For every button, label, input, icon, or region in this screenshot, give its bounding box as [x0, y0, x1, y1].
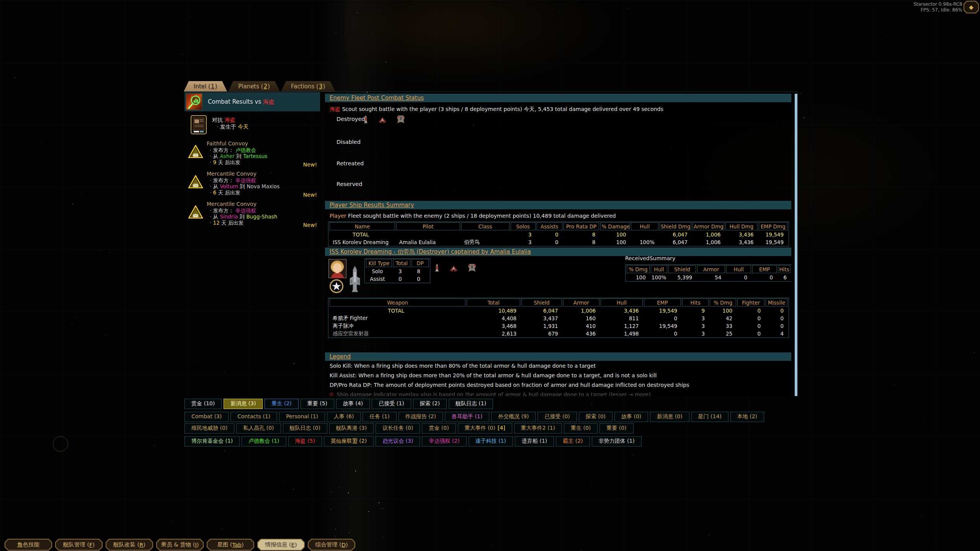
issuer-faction: 辛达强权	[235, 177, 256, 183]
star	[339, 487, 339, 488]
filter-button[interactable]: 博尔肯基金会 (1)	[185, 436, 240, 447]
filter-button[interactable]: 赏金 (0)	[422, 423, 456, 434]
filter-button[interactable]: 人事 (6)	[327, 412, 361, 422]
table: NamePilotClassSolosAssistsPro Rata DP% D…	[328, 222, 789, 246]
filter-button[interactable]: 海盗 (5)	[288, 436, 322, 447]
filter-label: 重要 (5)	[307, 400, 327, 406]
bullet: ·	[210, 153, 213, 159]
filter-label: 已接受 (0)	[544, 413, 570, 419]
corner-menu-button[interactable]: ◆	[964, 1, 979, 13]
bullet: ·	[210, 183, 213, 189]
toolbar-button-face: 综合管理 (D)	[309, 540, 354, 550]
filter-button[interactable]: 速子科技 (1)	[469, 436, 513, 447]
toolbar-label: 情报信息 (	[265, 541, 291, 548]
toolbar-button[interactable]: 星图 (Tab)	[207, 539, 254, 551]
cell: 1,498	[601, 330, 643, 337]
filter-button[interactable]: Contacts (1)	[230, 412, 277, 422]
column-header: Pilot	[396, 222, 460, 230]
filter-button[interactable]: 已接受 (1)	[372, 399, 411, 409]
filter-button[interactable]: 殖民地威胁 (0)	[185, 423, 234, 434]
filter-button[interactable]: 卢德教会 (1)	[242, 436, 286, 447]
sidebar-item-combat-results[interactable]: Combat Results vs 海盗	[185, 92, 320, 111]
filter-button[interactable]: 兽耳助手 (1)	[445, 412, 489, 422]
filter-button[interactable]: 赏金 (10)	[185, 399, 222, 409]
sidebar-item-intel-report[interactable]: 对抗 海盗 · 发生于 今天	[185, 114, 320, 136]
toolbar-label: )	[242, 542, 244, 548]
filter-button[interactable]: 重生 (2)	[265, 399, 298, 409]
filter-button[interactable]: 故事 (4)	[336, 399, 370, 409]
filter-button[interactable]: 舰队离港 (3)	[329, 423, 374, 434]
toolbar-button[interactable]: 舰队改装 (R)	[106, 539, 153, 551]
filter-button[interactable]: 舰队日志 (1)	[449, 399, 493, 409]
toolbar-button[interactable]: 舰队管理 (F)	[55, 539, 103, 551]
filter-button[interactable]: 探索 (2)	[413, 399, 447, 409]
cell: 4,408	[467, 315, 520, 322]
star	[376, 435, 376, 435]
filter-label: 故事 (4)	[343, 400, 363, 406]
convoy-warning-icon	[188, 145, 203, 159]
filter-button[interactable]: 议长任务 (0)	[376, 423, 420, 434]
filter-label: 遗弃船 (1)	[522, 438, 547, 444]
text: 发布方：	[213, 147, 235, 153]
filter-button[interactable]: 遗弃船 (1)	[515, 436, 554, 447]
filter-label: 速子科技 (1)	[475, 438, 506, 444]
filter-button[interactable]: 重生 (0)	[564, 423, 598, 434]
filter-button[interactable]: 已接受 (0)	[537, 412, 577, 422]
filter-button[interactable]: 重大事件 (0)[4]	[458, 423, 512, 434]
toolbar-button[interactable]: 乘员 & 货物 (I)	[156, 539, 204, 551]
filter-button[interactable]: Personal (1)	[279, 412, 325, 422]
table-row: Assist00	[366, 275, 429, 282]
filter-label: 兽耳助手 (1)	[452, 413, 482, 419]
star	[70, 278, 71, 278]
filter-button[interactable]: 作战报告 (2)	[399, 412, 443, 422]
filter-button[interactable]: 辛达强权 (2)	[422, 436, 466, 447]
filter-button[interactable]: 重要 (5)	[301, 399, 334, 409]
filter-button[interactable]: 英仙座联盟 (2)	[324, 436, 374, 447]
toolbar-button[interactable]: 情报信息 (E)	[257, 539, 305, 551]
filter-button[interactable]: Combat (3)	[185, 412, 229, 422]
tab-planets[interactable]: Planets (2)	[228, 81, 280, 91]
detail-scrollbar[interactable]	[795, 94, 797, 396]
filter-label: 星门 (14)	[698, 413, 722, 419]
filter-button[interactable]: 外交概况 (9)	[491, 412, 536, 422]
toolbar-hotkey: F	[89, 542, 92, 548]
sidebar-item-convoy[interactable]: Faithful Convoy· 发布方： 卢德教会· 从 Asher 到 Ta…	[185, 139, 320, 169]
cell: 3	[511, 238, 536, 246]
column-header: EMP Dmg	[759, 222, 787, 230]
cell: 811	[601, 315, 643, 322]
filter-button[interactable]: 趋光议会 (3)	[376, 436, 420, 447]
cell: 3	[682, 315, 709, 322]
toolbar-hotkey: 角	[17, 541, 23, 548]
cell: 0	[737, 307, 764, 314]
tab-intel[interactable]: Intel (1)	[184, 81, 227, 91]
filter-button[interactable]: 非势力团体 (1)	[592, 436, 642, 447]
table: % DmgHullShieldArmorHullEMPHits100100%5,…	[626, 265, 791, 281]
combat-report-icon	[186, 93, 203, 110]
sidebar-item-convoy[interactable]: Mercantile Convoy· 发布方： 辛达强权· 从 Sindria …	[185, 199, 320, 230]
filter-button[interactable]: 探索 (0)	[579, 412, 612, 422]
star	[923, 421, 923, 422]
filter-button[interactable]: 星门 (14)	[691, 412, 728, 422]
toolbar-button[interactable]: 角色技能	[5, 539, 52, 551]
filter-button[interactable]: 故事 (0)	[614, 412, 648, 422]
toolbar-button[interactable]: 综合管理 (D)	[308, 539, 355, 551]
cell: Amalia Eulalia	[396, 238, 460, 246]
filter-button[interactable]: 重大事件2 (1)	[514, 423, 562, 434]
star	[72, 324, 72, 324]
filter-button[interactable]: 新消息 (0)	[650, 412, 689, 422]
filter-button[interactable]: 重要 (0)	[599, 423, 633, 434]
tab-factions[interactable]: Factions (3)	[281, 81, 335, 91]
filter-button[interactable]: 舰队日志 (0)	[283, 423, 327, 434]
filter-button[interactable]: 霸主 (2)	[556, 436, 590, 447]
ship-icon	[397, 115, 405, 125]
toolbar-button-face: 星图 (Tab)	[207, 540, 253, 550]
filter-button[interactable]: 新消息 (3)	[224, 399, 263, 409]
filter-button[interactable]: 任务 (1)	[363, 412, 396, 422]
tab-label: )	[323, 83, 325, 90]
sidebar-item-convoy[interactable]: Mercantile Convoy· 发布方： 辛达强权· 从 Volturn …	[185, 169, 320, 199]
filter-button[interactable]: 私人晶孔 (0)	[236, 423, 281, 434]
filter-button[interactable]: 本地 (2)	[730, 412, 764, 422]
star	[709, 536, 709, 536]
table-row: 100100%5,39954006	[627, 274, 791, 281]
star	[154, 445, 155, 446]
